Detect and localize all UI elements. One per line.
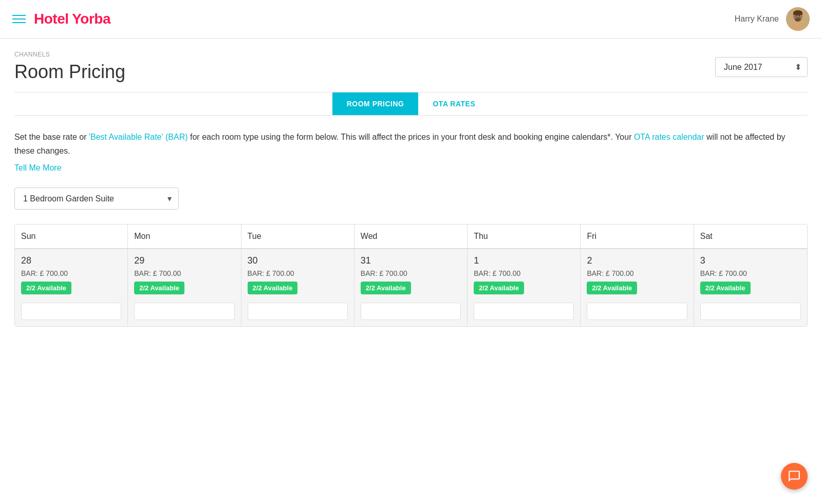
availability-badge-1[interactable]: 2/2 Available — [134, 282, 184, 294]
cal-date-0: 28 — [21, 255, 121, 266]
availability-badge-0[interactable]: 2/2 Available — [21, 282, 71, 294]
cal-cell-5: 2 BAR: £ 700.00 2/2 Available — [581, 249, 694, 326]
availability-badge-4[interactable]: 2/2 Available — [474, 282, 524, 294]
page-header-row: CHANNELS Room Pricing May 2017 June 2017… — [14, 51, 808, 83]
cal-header-sat: Sat — [694, 225, 807, 248]
price-input-1[interactable] — [134, 303, 234, 320]
svg-point-5 — [799, 15, 800, 16]
tab-room-pricing[interactable]: ROOM PRICING — [332, 92, 419, 115]
cal-bar-6: BAR: £ 700.00 — [700, 269, 801, 277]
availability-badge-3[interactable]: 2/2 Available — [361, 282, 411, 294]
calendar-header-row: Sun Mon Tue Wed Thu Fri Sat — [15, 225, 807, 249]
header-right: Harry Krane — [735, 7, 810, 31]
info-text-part3: . Your — [611, 133, 634, 141]
cal-header-tue: Tue — [241, 225, 354, 248]
cal-cell-3: 31 BAR: £ 700.00 2/2 Available — [354, 249, 468, 326]
info-section: Set the base rate or 'Best Available Rat… — [14, 130, 808, 175]
price-input-2[interactable] — [248, 303, 348, 320]
room-selector-wrapper: 1 Bedroom Garden Suite 2 Bedroom Suite D… — [14, 188, 179, 210]
calendar-body-row: 28 BAR: £ 700.00 2/2 Available 29 BAR: £… — [15, 249, 807, 326]
cal-cell-6: 3 BAR: £ 700.00 2/2 Available — [694, 249, 807, 326]
calendar-grid: Sun Mon Tue Wed Thu Fri Sat 28 BAR: £ 70… — [14, 224, 808, 327]
app-header: Hotel Yorba Harry Krane — [0, 0, 822, 39]
info-text-part2: for each room type using the form below.… — [188, 133, 608, 141]
ota-rates-calendar-link[interactable]: OTA rates calendar — [634, 133, 704, 141]
tab-ota-rates[interactable]: OTA RATES — [418, 92, 490, 115]
page-title: Room Pricing — [14, 61, 125, 83]
svg-rect-7 — [793, 13, 802, 15]
cal-date-1: 29 — [134, 255, 234, 266]
cal-bar-4: BAR: £ 700.00 — [474, 269, 574, 277]
cal-bar-1: BAR: £ 700.00 — [134, 269, 234, 277]
cal-header-mon: Mon — [128, 225, 241, 248]
cal-header-fri: Fri — [581, 225, 694, 248]
cal-cell-0: 28 BAR: £ 700.00 2/2 Available — [15, 249, 128, 326]
bar-link[interactable]: 'Best Available Rate' (BAR) — [89, 133, 188, 141]
cal-bar-5: BAR: £ 700.00 — [587, 269, 687, 277]
room-type-select[interactable]: 1 Bedroom Garden Suite 2 Bedroom Suite D… — [14, 188, 179, 210]
page-header-titles: CHANNELS Room Pricing — [14, 51, 125, 83]
cal-bar-3: BAR: £ 700.00 — [361, 269, 461, 277]
price-input-3[interactable] — [361, 303, 461, 320]
cal-header-thu: Thu — [468, 225, 581, 248]
month-select[interactable]: May 2017 June 2017 July 2017 August 2017 — [715, 57, 808, 77]
availability-badge-5[interactable]: 2/2 Available — [587, 282, 637, 294]
cal-date-2: 30 — [248, 255, 348, 266]
info-text-part1: Set the base rate or — [14, 133, 89, 141]
price-input-0[interactable] — [21, 303, 121, 320]
cal-bar-0: BAR: £ 700.00 — [21, 269, 121, 277]
tabs-row: ROOM PRICING OTA RATES — [14, 92, 808, 116]
price-input-5[interactable] — [587, 303, 687, 320]
month-selector-wrapper: May 2017 June 2017 July 2017 August 2017… — [715, 57, 808, 77]
availability-badge-6[interactable]: 2/2 Available — [700, 282, 751, 294]
brand-logo: Hotel Yorba — [34, 11, 110, 27]
cal-cell-4: 1 BAR: £ 700.00 2/2 Available — [468, 249, 581, 326]
cal-cell-1: 29 BAR: £ 700.00 2/2 Available — [128, 249, 241, 326]
price-input-4[interactable] — [474, 303, 574, 320]
cal-cell-2: 30 BAR: £ 700.00 2/2 Available — [241, 249, 354, 326]
svg-point-4 — [796, 15, 797, 16]
availability-badge-2[interactable]: 2/2 Available — [248, 282, 298, 294]
header-left: Hotel Yorba — [12, 11, 110, 27]
price-input-6[interactable] — [700, 303, 801, 320]
cal-header-sun: Sun — [15, 225, 128, 248]
cal-bar-2: BAR: £ 700.00 — [248, 269, 348, 277]
cal-date-4: 1 — [474, 255, 574, 266]
main-content: CHANNELS Room Pricing May 2017 June 2017… — [0, 39, 822, 339]
breadcrumb: CHANNELS — [14, 51, 125, 58]
avatar[interactable] — [786, 7, 810, 31]
hamburger-menu[interactable] — [12, 15, 26, 23]
svg-point-3 — [795, 17, 801, 22]
cal-date-3: 31 — [361, 255, 461, 266]
user-name-label: Harry Krane — [735, 14, 779, 24]
cal-date-5: 2 — [587, 255, 687, 266]
cal-date-6: 3 — [700, 255, 801, 266]
cal-header-wed: Wed — [354, 225, 468, 248]
tell-me-more-link[interactable]: Tell Me More — [14, 161, 808, 175]
